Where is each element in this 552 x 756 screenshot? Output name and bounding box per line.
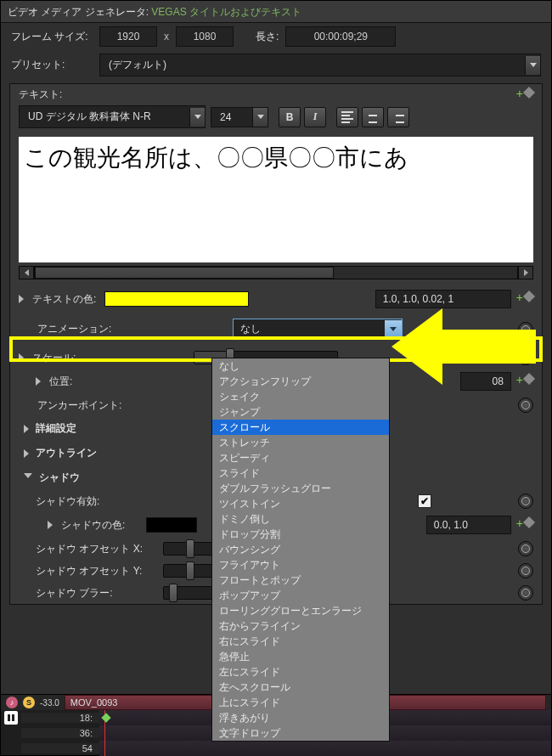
- disclosure-icon: [24, 425, 29, 433]
- animation-option[interactable]: スピーディ: [212, 450, 389, 465]
- animation-option[interactable]: 右からフライイン: [212, 618, 389, 634]
- scroll-right-button[interactable]: [518, 266, 533, 279]
- shadow-enable-checkbox[interactable]: ✔: [418, 494, 431, 508]
- animation-option[interactable]: フロートとポップ: [212, 573, 389, 588]
- disclosure-icon[interactable]: [36, 377, 41, 386]
- keyframe-toggle[interactable]: [518, 563, 533, 578]
- advanced-label: 詳細設定: [36, 421, 76, 436]
- scroll-thumb[interactable]: [35, 267, 334, 279]
- align-center-button[interactable]: [362, 107, 384, 127]
- keyframe-toggle[interactable]: [518, 494, 533, 509]
- shadow-color-swatch[interactable]: [146, 517, 197, 533]
- shadow-offy-label: シャドウ オフセット Y:: [36, 564, 155, 578]
- text-panel-label: テキスト:: [19, 87, 62, 102]
- preset-dropdown[interactable]: (デフォルト): [99, 54, 541, 76]
- scroll-left-button[interactable]: [19, 266, 34, 279]
- shadow-color-label: シャドウの色:: [61, 518, 138, 533]
- timeline-badge-1[interactable]: ♪: [6, 697, 18, 708]
- shadow-label: シャドウ: [39, 471, 80, 485]
- add-keyframe-button[interactable]: +: [516, 518, 533, 532]
- triangle-right-icon: [524, 269, 528, 276]
- timeline-pause-button[interactable]: [4, 711, 18, 725]
- pause-icon: [8, 714, 14, 721]
- animation-option[interactable]: ストレッチ: [212, 435, 389, 450]
- text-h-scrollbar[interactable]: [19, 266, 533, 279]
- font-family-value: UD デジタル 教科書体 N-R: [20, 106, 189, 127]
- shadow-offy-slider[interactable]: [163, 564, 214, 578]
- add-keyframe-button[interactable]: +: [516, 88, 533, 102]
- bold-button[interactable]: B: [279, 107, 301, 127]
- animation-option[interactable]: 右にスライド: [212, 634, 389, 649]
- animation-option[interactable]: ダブルフラッシュグロー: [212, 481, 389, 496]
- animation-option[interactable]: バウンシング: [212, 542, 389, 557]
- animation-option[interactable]: 左にスライド: [212, 664, 389, 680]
- animation-option[interactable]: 急停止: [212, 649, 389, 664]
- text-color-label: テキストの色:: [32, 292, 96, 307]
- disclosure-icon[interactable]: [19, 295, 24, 303]
- animation-option[interactable]: 浮きあがり: [212, 710, 389, 725]
- animation-dropdown-list[interactable]: なしアクションフリップシェイクジャンプスクロールストレッチスピーディスライドダブ…: [211, 358, 390, 742]
- anchor-label: アンカーポイント:: [37, 398, 121, 413]
- timeline-badge-2[interactable]: S: [23, 697, 35, 708]
- font-size-button[interactable]: [252, 108, 268, 127]
- shadow-enable-label: シャドウ有効:: [36, 494, 99, 509]
- font-size-value: 24: [211, 108, 252, 127]
- font-size-dropdown[interactable]: 24: [211, 107, 268, 127]
- animation-option[interactable]: スライド: [212, 465, 389, 481]
- titlebar: ビデオ メディア ジェネレータ: VEGAS タイトルおよびテキスト: [1, 1, 551, 23]
- align-left-icon: [341, 111, 353, 123]
- animation-option[interactable]: シェイク: [212, 389, 389, 404]
- italic-button[interactable]: I: [304, 107, 326, 127]
- disclosure-icon[interactable]: [19, 353, 24, 362]
- plus-icon: +: [516, 87, 523, 100]
- animation-option[interactable]: ドミノ倒し: [212, 511, 389, 527]
- animation-option[interactable]: ローリンググローとエンラージ: [212, 603, 389, 618]
- preset-value: (デフォルト): [100, 54, 525, 76]
- keyframe-toggle[interactable]: [518, 585, 533, 601]
- timeline-rownum: 54: [21, 743, 99, 753]
- titlebar-prefix: ビデオ メディア ジェネレータ:: [8, 6, 149, 18]
- disclosure-open-icon: [24, 473, 32, 482]
- font-family-dropdown[interactable]: UD デジタル 教科書体 N-R: [19, 105, 206, 128]
- preset-dropdown-button[interactable]: [525, 56, 540, 75]
- animation-option[interactable]: ジャンプ: [212, 404, 389, 420]
- align-left-button[interactable]: [336, 107, 358, 127]
- keyframe-toggle[interactable]: [518, 541, 533, 556]
- frame-width-input[interactable]: 1920: [99, 26, 157, 47]
- frame-height-input[interactable]: 1080: [176, 26, 234, 47]
- timeline-track[interactable]: [99, 741, 551, 756]
- shadow-offx-slider[interactable]: [163, 542, 214, 556]
- animation-label: アニメーション:: [37, 322, 131, 336]
- svg-marker-0: [391, 308, 536, 385]
- shadow-blur-label: シャドウ ブラー:: [36, 586, 155, 601]
- text-color-swatch[interactable]: [104, 291, 249, 307]
- animation-option[interactable]: アクションフリップ: [212, 374, 389, 389]
- animation-option[interactable]: ツイストイン: [212, 496, 389, 511]
- animation-option[interactable]: なし: [212, 358, 389, 374]
- animation-option[interactable]: スクロール: [212, 420, 389, 435]
- align-right-icon: [392, 111, 404, 123]
- align-right-button[interactable]: [387, 107, 409, 127]
- animation-dropdown[interactable]: なし: [233, 319, 403, 340]
- preset-row: プリセット: (デフォルト): [1, 50, 551, 80]
- titlebar-plugin-name: VEGAS タイトルおよびテキスト: [149, 6, 301, 18]
- preset-label: プリセット:: [11, 58, 93, 72]
- length-input[interactable]: 00:00:09;29: [285, 26, 396, 47]
- frame-row: フレーム サイズ: 1920 x 1080 長さ: 00:00:09;29: [1, 23, 551, 50]
- font-family-button[interactable]: [189, 108, 205, 127]
- shadow-color-value[interactable]: 0.0, 1.0: [426, 516, 511, 534]
- animation-option[interactable]: 文字ドロップ: [212, 725, 389, 741]
- frame-x: x: [164, 31, 169, 42]
- animation-option[interactable]: 上にスライド: [212, 695, 389, 710]
- animation-option[interactable]: 左へスクロール: [212, 680, 389, 695]
- animation-option[interactable]: フライアウト: [212, 557, 389, 573]
- disclosure-icon[interactable]: [48, 521, 53, 529]
- keyframe-toggle[interactable]: [518, 398, 533, 413]
- plus-icon: +: [516, 516, 523, 530]
- outline-label: アウトライン: [36, 446, 97, 460]
- animation-option[interactable]: ドロップ分割: [212, 527, 389, 542]
- text-content-area[interactable]: この観光名所は、〇〇県〇〇市にあ: [19, 137, 533, 262]
- scroll-track[interactable]: [34, 266, 518, 279]
- shadow-blur-slider[interactable]: [163, 586, 214, 600]
- animation-option[interactable]: ポップアップ: [212, 588, 389, 603]
